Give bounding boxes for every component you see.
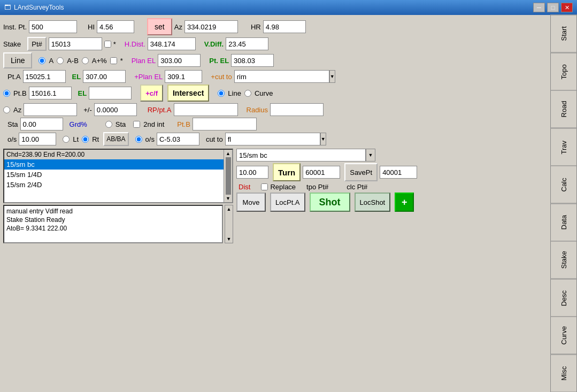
status-line-2: Stake Station Ready	[6, 216, 220, 224]
listbox-item-2[interactable]: 15/sm 2/4D	[4, 180, 224, 190]
radio-lt[interactable]	[63, 136, 70, 143]
inst-pt-input[interactable]	[29, 20, 77, 33]
cut-to-fl-arrow[interactable]: ▼	[320, 133, 326, 145]
replace-checkbox[interactable]	[261, 183, 268, 190]
line-button[interactable]: Line	[3, 52, 32, 68]
ptnum-button[interactable]: Pt#	[27, 37, 47, 51]
az-input[interactable]	[184, 20, 238, 33]
window-title: LAndSurveyTools	[14, 4, 64, 11]
radio-az[interactable]	[3, 106, 10, 113]
plus-plan-el-label: +Plan EL	[134, 73, 163, 81]
plan-el-input[interactable]	[158, 54, 201, 67]
dist-label: Dist	[239, 183, 250, 191]
radio-rt[interactable]	[82, 136, 89, 143]
stake-pt-input[interactable]	[49, 37, 102, 50]
listbox-scroll-up[interactable]: ▲	[226, 151, 230, 156]
turn-button[interactable]: Turn	[273, 163, 301, 181]
abba-button[interactable]: AB/BA	[103, 132, 128, 146]
set-button[interactable]: set	[147, 18, 172, 35]
restore-button[interactable]: □	[547, 3, 559, 12]
pt2-input[interactable]	[380, 166, 417, 179]
az-radio-label: Az	[13, 106, 21, 114]
star2-label: *	[120, 57, 123, 65]
status-scroll-up[interactable]: ▲	[227, 206, 232, 212]
plus-plan-el-input[interactable]	[165, 70, 202, 83]
pt1-input[interactable]	[303, 166, 340, 179]
cut-to-dropdown-arrow[interactable]: ▼	[329, 70, 335, 83]
listbox-header: Chd=238.90 End R=200.00	[4, 150, 224, 159]
replace-label: Replace	[270, 183, 296, 191]
cof-button[interactable]: +c/f	[140, 84, 163, 102]
radio-ptb[interactable]	[3, 90, 10, 97]
radio-line[interactable]	[218, 90, 225, 97]
az-radio-input[interactable]	[24, 103, 77, 116]
plus-button[interactable]: +	[395, 193, 414, 212]
pta-input[interactable]	[23, 70, 66, 83]
listbox-scroll-down[interactable]: ▼	[226, 196, 230, 201]
rp-pta-input[interactable]	[174, 103, 238, 116]
el2-input[interactable]	[89, 87, 132, 99]
right-dropdown-input[interactable]	[236, 149, 366, 162]
stake-label: Stake	[3, 40, 21, 48]
locshot-button[interactable]: LocShot	[355, 193, 391, 212]
radio-curve[interactable]	[244, 90, 251, 97]
az-offset-input[interactable]	[94, 103, 137, 116]
nd-int-check[interactable]	[133, 121, 140, 128]
vdiff-input[interactable]	[226, 37, 268, 50]
sidebar-topo[interactable]: Topo	[550, 53, 577, 91]
sidebar-curve[interactable]: Curve	[550, 317, 577, 355]
status-area: manual entry Vdiff read Stake Station Re…	[3, 205, 223, 243]
radio-sta[interactable]	[105, 121, 112, 128]
star2-checkbox[interactable]	[110, 57, 117, 64]
ptb-label2: Pt.B	[177, 120, 190, 128]
status-scroll-down[interactable]: ▼	[227, 236, 232, 242]
radio-apct[interactable]	[82, 57, 89, 64]
sidebar-misc[interactable]: Misc	[550, 355, 577, 393]
locpta-button[interactable]: LocPt.A	[270, 193, 305, 212]
radio-os[interactable]	[135, 136, 142, 143]
hr-label: HR	[251, 23, 261, 31]
minimize-button[interactable]: ─	[533, 3, 545, 12]
savept-button[interactable]: SavePt	[344, 163, 378, 181]
hi-input[interactable]	[97, 20, 134, 33]
move-button[interactable]: Move	[236, 193, 266, 212]
cut-to-label2: cut to	[206, 135, 223, 143]
sidebar-data[interactable]: Data	[550, 204, 577, 242]
radius-label: Radius	[247, 106, 268, 114]
c-value-input[interactable]	[157, 133, 199, 145]
os-input[interactable]	[19, 133, 56, 145]
dist-input[interactable]	[236, 166, 268, 179]
el-input[interactable]	[83, 70, 126, 83]
pta-label: Pt.A	[7, 73, 21, 81]
hdist-input[interactable]	[148, 37, 196, 50]
os-radio-label: o/s	[145, 135, 155, 143]
star-label: *	[113, 40, 116, 48]
sidebar-desc[interactable]: Desc	[550, 279, 577, 317]
radius-input[interactable]	[270, 103, 324, 116]
hr-input[interactable]	[263, 20, 306, 33]
pt-el-input[interactable]	[231, 54, 274, 67]
ptb-input[interactable]	[29, 87, 72, 99]
os-label: o/s	[7, 135, 17, 143]
intersect-button[interactable]: Intersect	[167, 84, 209, 102]
ptb2-input[interactable]	[193, 118, 257, 130]
listbox-item-1[interactable]: 15/sm 1/4D	[4, 170, 224, 180]
hdist-label: H.Dist.	[125, 40, 145, 48]
sidebar-start[interactable]: Start	[550, 15, 577, 53]
star-checkbox[interactable]	[104, 41, 111, 48]
clc-pt-label: clc Pt#	[347, 183, 367, 191]
sidebar-trav[interactable]: Trav	[550, 128, 577, 166]
radio-a[interactable]	[39, 57, 45, 64]
sidebar-road[interactable]: Road	[550, 90, 577, 128]
sidebar-calc[interactable]: Calc	[550, 166, 577, 204]
shot-button[interactable]: Shot	[310, 193, 350, 212]
cut-to-input[interactable]	[234, 70, 329, 83]
close-button[interactable]: ✕	[561, 3, 573, 12]
listbox-item-0[interactable]: 15/sm bc	[4, 159, 224, 170]
right-dropdown-arrow[interactable]: ▼	[366, 149, 375, 162]
sidebar-stake[interactable]: Stake	[550, 241, 577, 279]
sta-input[interactable]	[20, 118, 63, 130]
cut-to-fl-input[interactable]	[225, 133, 320, 145]
radio-ab[interactable]	[57, 57, 64, 64]
plus-cut-to-label: +cut to	[211, 73, 232, 81]
